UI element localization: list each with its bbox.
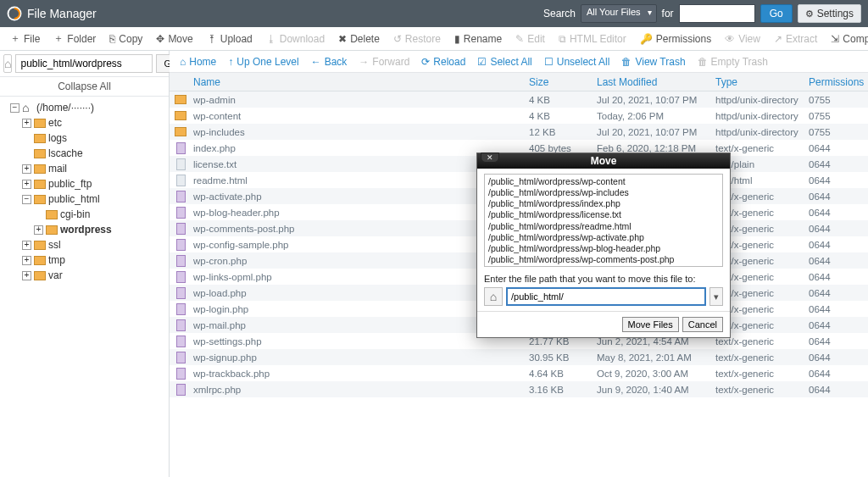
home-icon[interactable] bbox=[484, 287, 503, 306]
collapse-all-button[interactable]: Collapse All bbox=[0, 77, 169, 97]
cpanel-icon bbox=[7, 6, 22, 21]
search-label: Search bbox=[543, 8, 576, 19]
search-go-button[interactable]: Go bbox=[760, 4, 793, 23]
folder-icon bbox=[34, 271, 46, 280]
toolbar-folder[interactable]: ＋Folder bbox=[48, 27, 101, 50]
action-select-all[interactable]: ☑Select All bbox=[474, 56, 535, 68]
tree-toggle-icon[interactable]: + bbox=[22, 180, 31, 189]
file-perm: 0755 bbox=[809, 95, 868, 105]
file-size: 30.95 KB bbox=[529, 352, 597, 363]
tree-node-etc[interactable]: +etc bbox=[3, 115, 169, 130]
toolbar-delete[interactable]: ✖Delete bbox=[333, 27, 385, 50]
home-icon[interactable] bbox=[3, 54, 12, 73]
file-size: 12 KB bbox=[529, 127, 597, 137]
toolbar-compress[interactable]: ⇲Compress bbox=[826, 27, 868, 50]
chevron-down-icon[interactable]: ▾ bbox=[709, 287, 723, 306]
file-perm: 0755 bbox=[809, 111, 868, 121]
col-perm[interactable]: Permissions bbox=[809, 76, 868, 88]
tree-node-mail[interactable]: +mail bbox=[3, 161, 169, 176]
move-dialog: ✕ Move /public_html/wordpress/wp-content… bbox=[476, 153, 731, 338]
file-row[interactable]: xmlrpc.php3.16 KBJun 9, 2020, 1:40 AMtex… bbox=[170, 381, 868, 397]
file-row[interactable]: wp-includes12 KBJul 20, 2021, 10:07 PMht… bbox=[170, 124, 868, 140]
tree-node-tmp[interactable]: +tmp bbox=[3, 252, 169, 268]
tree-toggle-icon[interactable]: + bbox=[22, 119, 31, 128]
cancel-button[interactable]: Cancel bbox=[682, 317, 723, 332]
dialog-title: Move bbox=[481, 155, 726, 167]
action-view-trash[interactable]: 🗑View Trash bbox=[618, 56, 688, 68]
tree-node--home-[interactable]: −(/home/·······) bbox=[3, 100, 169, 115]
file-perm: 0644 bbox=[809, 369, 868, 379]
tree-node-lscache[interactable]: lscache bbox=[3, 146, 169, 161]
tree-toggle-icon[interactable]: + bbox=[22, 271, 31, 280]
search-input[interactable] bbox=[679, 4, 755, 23]
php-file-icon bbox=[176, 223, 186, 235]
folder-icon bbox=[34, 149, 46, 158]
tree-node-ssl[interactable]: +ssl bbox=[3, 237, 169, 252]
file-perm: 0644 bbox=[809, 320, 868, 330]
file-name: wp-trackback.php bbox=[192, 369, 529, 379]
col-size[interactable]: Size bbox=[529, 76, 597, 88]
path-input[interactable] bbox=[15, 54, 153, 73]
file-name: xmlrpc.php bbox=[192, 385, 529, 395]
action-home[interactable]: ⌂Home bbox=[176, 56, 220, 68]
move-list-item: /public_html/wordpress/wp-config-sample.… bbox=[488, 265, 719, 267]
tree-label: ssl bbox=[48, 239, 61, 251]
file-row[interactable]: wp-content4 KBToday, 2:06 PMhttpd/unix-d… bbox=[170, 108, 868, 124]
file-row[interactable]: wp-signup.php30.95 KBMay 8, 2021, 2:01 A… bbox=[170, 349, 868, 365]
tree-label: logs bbox=[48, 132, 67, 144]
move-file-list[interactable]: /public_html/wordpress/wp-content/public… bbox=[484, 174, 723, 267]
close-icon[interactable]: ✕ bbox=[481, 153, 499, 163]
col-modified[interactable]: Last Modified bbox=[597, 76, 715, 88]
tree-node-public-ftp[interactable]: +public_ftp bbox=[3, 176, 169, 191]
file-perm: 0644 bbox=[809, 304, 868, 314]
folder-tree: −(/home/·······)+etclogslscache+mail+pub… bbox=[0, 97, 169, 477]
tree-node-logs[interactable]: logs bbox=[3, 130, 169, 146]
tree-toggle-icon[interactable]: + bbox=[22, 164, 31, 174]
tree-toggle-icon[interactable]: + bbox=[34, 225, 43, 235]
col-type[interactable]: Type bbox=[715, 76, 809, 88]
tree-toggle-icon[interactable]: + bbox=[22, 241, 31, 250]
col-name[interactable]: Name bbox=[192, 76, 529, 88]
tree-node-wordpress[interactable]: +wordpress bbox=[3, 222, 169, 237]
file-perm: 0644 bbox=[809, 256, 868, 266]
file-type: text/x-generic bbox=[715, 369, 809, 379]
file-name: wp-includes bbox=[192, 127, 529, 137]
dialog-titlebar[interactable]: ✕ Move bbox=[477, 153, 730, 169]
tree-node-var[interactable]: +var bbox=[3, 268, 169, 283]
settings-button[interactable]: Settings bbox=[798, 4, 861, 23]
folder-icon bbox=[34, 180, 46, 189]
action-reload[interactable]: ⟳Reload bbox=[418, 56, 469, 68]
search-filter-select[interactable]: All Your Files bbox=[581, 4, 657, 23]
file-modified: May 8, 2021, 2:01 AM bbox=[597, 352, 715, 363]
path-bar: Go bbox=[0, 51, 169, 77]
toolbar-rename[interactable]: ▮Rename bbox=[449, 27, 507, 50]
file-modified: Feb 6, 2020, 12:18 PM bbox=[597, 143, 715, 153]
move-path-input[interactable] bbox=[506, 287, 706, 306]
toolbar-file[interactable]: ＋File bbox=[5, 27, 45, 50]
tree-node-public-html[interactable]: −public_html bbox=[3, 191, 169, 207]
file-row[interactable]: wp-admin4 KBJul 20, 2021, 10:07 PMhttpd/… bbox=[170, 92, 868, 108]
toolbar-move[interactable]: ✥Move bbox=[151, 27, 198, 50]
home-icon bbox=[22, 101, 34, 114]
action-unselect-all[interactable]: ☐Unselect All bbox=[541, 56, 614, 68]
column-headers: Name Size Last Modified Type Permissions bbox=[170, 73, 868, 92]
tree-toggle-icon[interactable]: − bbox=[22, 195, 31, 204]
tree-label: var bbox=[48, 269, 63, 281]
toolbar-copy[interactable]: ⎘Copy bbox=[104, 27, 147, 50]
tree-toggle-icon[interactable]: − bbox=[10, 103, 19, 113]
file-row[interactable]: wp-trackback.php4.64 KBOct 9, 2020, 3:00… bbox=[170, 365, 868, 381]
php-file-icon bbox=[176, 207, 186, 219]
app-title-text: File Manager bbox=[27, 7, 97, 20]
action-back[interactable]: ←Back bbox=[308, 56, 351, 68]
file-modified: Jun 9, 2020, 1:40 AM bbox=[597, 385, 715, 395]
move-list-item: /public_html/wordpress/readme.html bbox=[488, 221, 719, 232]
toolbar-permissions[interactable]: 🔑Permissions bbox=[635, 27, 716, 50]
toolbar-upload[interactable]: ⭱Upload bbox=[202, 27, 258, 50]
move-files-button[interactable]: Move Files bbox=[622, 317, 679, 332]
action-up-one-level[interactable]: ↑Up One Level bbox=[225, 56, 302, 68]
tree-toggle-icon[interactable]: + bbox=[22, 256, 31, 265]
folder-icon bbox=[175, 127, 186, 136]
tree-node-cgi-bin[interactable]: cgi-bin bbox=[3, 207, 169, 222]
file-perm: 0644 bbox=[809, 240, 868, 250]
file-name: wp-content bbox=[192, 111, 529, 121]
